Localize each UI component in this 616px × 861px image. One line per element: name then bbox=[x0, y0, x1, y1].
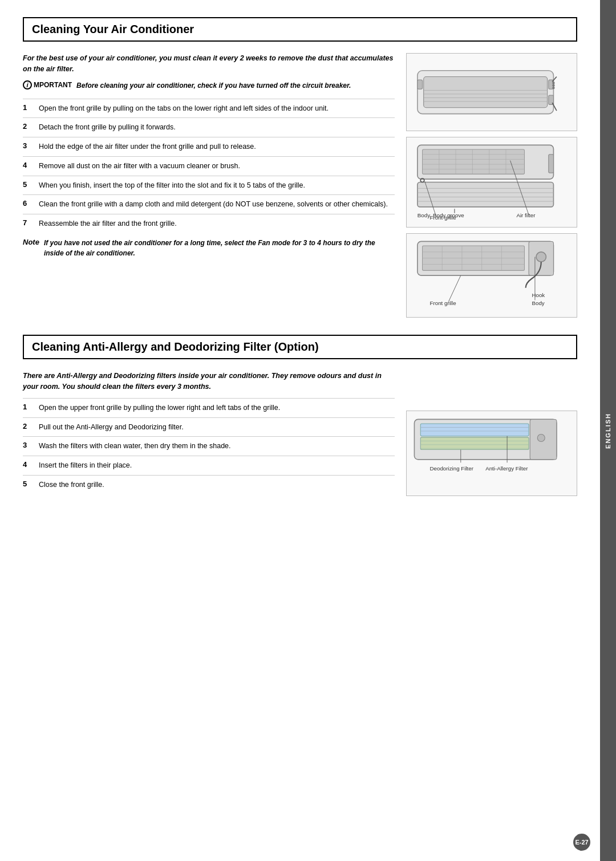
svg-rect-30 bbox=[549, 155, 554, 173]
step-text: Remove all dust on the air filter with a… bbox=[39, 161, 240, 172]
step-number: 3 bbox=[23, 141, 33, 150]
step-item: 3Hold the edge of the air filter under t… bbox=[23, 137, 395, 156]
step-item: 2Pull out the Anti-Allergy and Deodorizi… bbox=[23, 417, 395, 437]
step-number: 4 bbox=[23, 161, 33, 169]
svg-point-12 bbox=[552, 84, 554, 87]
diagrams-col-2: Deodorizing Filter Anti-Allergy Filter bbox=[406, 371, 577, 496]
step-item: 5When you finish, insert the top of the … bbox=[23, 176, 395, 195]
step-item: 7Reassemble the air filter and the front… bbox=[23, 214, 395, 233]
step-item: 6Clean the front grille with a damp clot… bbox=[23, 194, 395, 214]
diagrams-col-1: Front grille Body groove Air filter Body bbox=[406, 53, 577, 318]
step-number: 3 bbox=[23, 441, 33, 449]
section1-title: Cleaning Your Air Conditioner bbox=[23, 17, 577, 42]
important-box: i MPORTANT Before cleaning your air cond… bbox=[23, 80, 395, 91]
svg-text:Air filter: Air filter bbox=[516, 213, 536, 219]
svg-text:Body: Body bbox=[418, 213, 430, 219]
section2-title: Cleaning Anti-Allergy and Deodorizing Fi… bbox=[23, 335, 577, 359]
svg-rect-8 bbox=[418, 80, 423, 89]
step-number: 4 bbox=[23, 460, 33, 469]
important-icon: i bbox=[23, 80, 32, 90]
step-text: Open the front grille by pulling on the … bbox=[39, 103, 329, 114]
note-box: Note If you have not used the air condit… bbox=[23, 235, 395, 261]
step-text: Clean the front grille with a damp cloth… bbox=[39, 199, 388, 210]
svg-rect-15 bbox=[423, 149, 525, 174]
step-text: Wash the filters with clean water, then … bbox=[39, 441, 231, 452]
diagram-3: Hook Body Front grille bbox=[406, 233, 577, 318]
step-text: Hold the edge of the air filter under th… bbox=[39, 141, 256, 152]
side-tab-text: ENGLISH bbox=[605, 413, 611, 449]
step-number: 6 bbox=[23, 199, 33, 208]
step-item: 1Open the front grille by pulling on the… bbox=[23, 99, 395, 118]
section1-intro: For the best use of your air conditioner… bbox=[23, 53, 395, 75]
step-text: Open the upper front grille by pulling t… bbox=[39, 403, 280, 413]
svg-text:Body: Body bbox=[532, 300, 544, 306]
page-number: E-27 bbox=[573, 834, 590, 851]
step-text: Reassemble the air filter and the front … bbox=[39, 218, 177, 229]
step-item: 2Detach the front grille by pulling it f… bbox=[23, 117, 395, 137]
step-item: 4Remove all dust on the air filter with … bbox=[23, 156, 395, 176]
svg-text:Front grille: Front grille bbox=[430, 300, 456, 306]
important-label: i MPORTANT bbox=[23, 80, 72, 90]
step-number: 2 bbox=[23, 422, 33, 431]
svg-point-11 bbox=[552, 82, 554, 84]
step-text: When you finish, insert the top of the f… bbox=[39, 180, 305, 191]
step-number: 2 bbox=[23, 122, 33, 131]
step-number: 1 bbox=[23, 403, 33, 411]
step-item: 5Close the front grille. bbox=[23, 475, 395, 494]
step-text: Close the front grille. bbox=[39, 480, 104, 490]
svg-text:Anti-Allergy Filter: Anti-Allergy Filter bbox=[485, 466, 528, 472]
svg-rect-56 bbox=[420, 424, 529, 436]
steps-list-2: 1Open the upper front grille by pulling … bbox=[23, 398, 395, 494]
diagram-1 bbox=[406, 53, 577, 131]
section2-intro: There are Anti-Allergy and Deodorizing f… bbox=[23, 371, 395, 392]
side-tab: ENGLISH bbox=[600, 0, 616, 861]
svg-text:Hook: Hook bbox=[532, 292, 545, 298]
svg-text:Deodorizing Filter: Deodorizing Filter bbox=[430, 466, 474, 472]
diagram-4: Deodorizing Filter Anti-Allergy Filter bbox=[406, 411, 577, 496]
step-number: 7 bbox=[23, 218, 33, 227]
step-item: 3Wash the filters with clean water, then… bbox=[23, 436, 395, 456]
svg-line-54 bbox=[448, 275, 461, 302]
note-text: If you have not used the air conditioner… bbox=[44, 238, 395, 258]
svg-rect-25 bbox=[418, 182, 554, 207]
step-text: Detach the front grille by pulling it fo… bbox=[39, 122, 176, 133]
steps-list-1: 1Open the front grille by pulling on the… bbox=[23, 99, 395, 233]
step-item: 4Insert the filters in their place. bbox=[23, 456, 395, 475]
svg-rect-1 bbox=[424, 77, 548, 108]
diagram-2: Front grille Body groove Air filter Body bbox=[406, 137, 577, 228]
step-text: Insert the filters in their place. bbox=[39, 460, 132, 471]
svg-rect-59 bbox=[420, 437, 529, 450]
step-text: Pull out the Anti-Allergy and Deodorizin… bbox=[39, 422, 184, 433]
step-item: 1Open the upper front grille by pulling … bbox=[23, 398, 395, 417]
note-label: Note bbox=[23, 238, 39, 246]
svg-point-64 bbox=[537, 434, 545, 442]
important-text: Before cleaning your air conditioner, ch… bbox=[76, 80, 351, 91]
step-number: 5 bbox=[23, 480, 33, 488]
svg-point-49 bbox=[536, 252, 546, 262]
svg-text:Body groove: Body groove bbox=[433, 213, 464, 219]
svg-point-13 bbox=[552, 87, 554, 89]
important-label-text: MPORTANT bbox=[34, 81, 72, 89]
step-number: 5 bbox=[23, 180, 33, 189]
step-number: 1 bbox=[23, 103, 33, 112]
